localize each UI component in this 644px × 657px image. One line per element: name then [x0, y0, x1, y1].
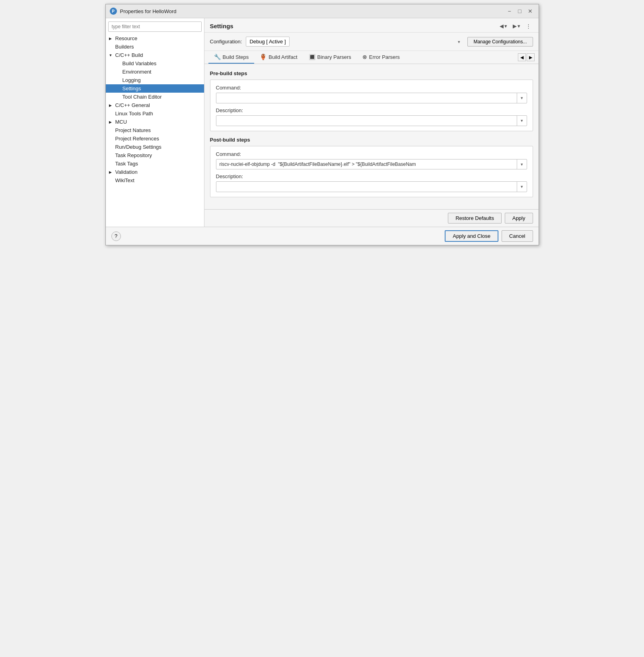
settings-content: Pre-build steps Command: ▾ Description: …	[204, 64, 539, 209]
sidebar-item-label-cpp-build: C/C++ Build	[115, 52, 143, 58]
app-icon: P	[110, 8, 117, 15]
tab-label-binary-parsers: Binary Parsers	[317, 54, 351, 60]
tab-build-artifact[interactable]: 🏺Build Artifact	[254, 51, 303, 64]
restore-defaults-button[interactable]: Restore Defaults	[448, 213, 502, 224]
tabs-next-button[interactable]: ▶	[527, 53, 535, 61]
pre-description-wrap: ▾	[216, 115, 527, 126]
apply-button[interactable]: Apply	[505, 213, 533, 224]
dialog-body: ▶ResourceBuilders▼C/C++ BuildBuild Varia…	[106, 18, 539, 227]
config-label: Configuration:	[210, 39, 242, 45]
post-command-label: Command:	[216, 151, 527, 157]
sidebar-item-wikitext[interactable]: WikiText	[106, 176, 204, 185]
sidebar-item-mcu[interactable]: ▶MCU	[106, 118, 204, 126]
sidebar-item-settings[interactable]: Settings	[106, 84, 204, 93]
pre-command-dropdown[interactable]: ▾	[517, 93, 527, 103]
filter-input[interactable]	[108, 21, 202, 32]
config-row: Configuration: Debug [ Active ] Manage C…	[204, 33, 539, 51]
pre-description-input[interactable]	[216, 115, 527, 126]
sidebar-item-build-variables[interactable]: Build Variables	[106, 59, 204, 68]
tab-build-steps[interactable]: 🔧Build Steps	[208, 51, 255, 64]
sidebar-item-linux-tools-path[interactable]: Linux Tools Path	[106, 109, 204, 118]
tabs-nav: ◀ ▶	[518, 53, 535, 61]
pre-description-dropdown[interactable]: ▾	[517, 115, 527, 126]
page-title: Settings	[210, 23, 233, 29]
window-controls: − □ ✕	[505, 7, 535, 16]
tab-icon-error-parsers: ⊗	[362, 54, 367, 60]
cancel-button[interactable]: Cancel	[502, 230, 533, 242]
minimize-button[interactable]: −	[505, 7, 514, 16]
post-command-dropdown[interactable]: ▾	[517, 159, 527, 169]
sidebar-item-validation[interactable]: ▶Validation	[106, 168, 204, 176]
tab-icon-build-artifact: 🏺	[260, 54, 267, 60]
sidebar-item-toolchain-editor[interactable]: Tool Chain Editor	[106, 93, 204, 101]
post-description-label: Description:	[216, 173, 527, 179]
help-button[interactable]: ?	[111, 231, 121, 241]
back-button[interactable]: ◀ ▾	[498, 22, 509, 30]
sidebar-item-task-tags[interactable]: Task Tags	[106, 159, 204, 168]
sidebar-item-cpp-build[interactable]: ▼C/C++ Build	[106, 51, 204, 59]
footer-buttons: Apply and Close Cancel	[445, 230, 533, 242]
sidebar-item-resource[interactable]: ▶Resource	[106, 34, 204, 43]
tab-label-build-steps: Build Steps	[223, 54, 249, 60]
maximize-button[interactable]: □	[516, 7, 524, 16]
tab-binary-parsers[interactable]: 🔳Binary Parsers	[303, 51, 357, 64]
menu-button[interactable]: ⋮	[524, 22, 533, 30]
post-description-dropdown[interactable]: ▾	[517, 181, 527, 192]
sidebar-item-label-project-references: Project References	[115, 136, 160, 142]
sidebar-item-label-toolchain-editor: Tool Chain Editor	[123, 94, 162, 100]
sidebar-item-builders[interactable]: Builders	[106, 43, 204, 51]
apply-and-close-button[interactable]: Apply and Close	[445, 230, 498, 242]
sidebar-item-label-task-repository: Task Repository	[115, 152, 152, 158]
manage-configurations-button[interactable]: Manage Configurations...	[467, 37, 533, 47]
tree-arrow-resource: ▶	[109, 37, 114, 41]
post-command-input[interactable]	[216, 159, 527, 169]
properties-dialog: P Properties for HelloWord − □ ✕ ▶Resour…	[105, 4, 539, 245]
tab-label-error-parsers: Error Parsers	[369, 54, 400, 60]
pre-description-label: Description:	[216, 107, 527, 113]
sidebar-item-run-debug-settings[interactable]: Run/Debug Settings	[106, 143, 204, 151]
sidebar-item-label-wikitext: WikiText	[115, 177, 134, 183]
tabs-bar: 🔧Build Steps🏺Build Artifact🔳Binary Parse…	[204, 51, 539, 64]
header-toolbar: ◀ ▾ ▶ ▾ ⋮	[498, 22, 533, 30]
tab-error-parsers[interactable]: ⊗Error Parsers	[357, 51, 405, 64]
close-button[interactable]: ✕	[526, 7, 535, 16]
forward-button[interactable]: ▶ ▾	[511, 22, 522, 30]
tabs-prev-button[interactable]: ◀	[518, 53, 526, 61]
sidebar-item-label-settings: Settings	[123, 86, 141, 91]
sidebar-item-project-natures[interactable]: Project Natures	[106, 126, 204, 134]
bottom-bar: Restore Defaults Apply	[204, 209, 539, 227]
sidebar-item-label-environment: Environment	[123, 69, 152, 75]
sidebar-item-label-linux-tools-path: Linux Tools Path	[115, 111, 153, 117]
title-bar: P Properties for HelloWord − □ ✕	[106, 4, 539, 18]
pre-command-label: Command:	[216, 85, 527, 91]
pre-build-group: Command: ▾ Description: ▾	[210, 80, 533, 131]
sidebar-item-label-mcu: MCU	[115, 119, 127, 125]
tree-arrow-mcu: ▶	[109, 120, 114, 124]
sidebar-item-label-project-natures: Project Natures	[115, 127, 151, 133]
tree-arrow-cpp-build: ▼	[109, 53, 114, 57]
tree-arrow-validation: ▶	[109, 170, 114, 174]
sidebar: ▶ResourceBuilders▼C/C++ BuildBuild Varia…	[106, 18, 204, 227]
window-title: Properties for HelloWord	[120, 8, 502, 14]
pre-command-input[interactable]	[216, 93, 527, 103]
post-description-wrap: ▾	[216, 181, 527, 192]
sidebar-item-cpp-general[interactable]: ▶C/C++ General	[106, 101, 204, 109]
sidebar-item-task-repository[interactable]: Task Repository	[106, 151, 204, 159]
config-select[interactable]: Debug [ Active ]	[246, 37, 290, 47]
sidebar-item-label-builders: Builders	[115, 44, 134, 50]
sidebar-item-environment[interactable]: Environment	[106, 68, 204, 76]
post-build-group: Command: ▾ Description: ▾	[210, 146, 533, 197]
sidebar-item-label-build-variables: Build Variables	[123, 60, 157, 66]
tab-icon-build-steps: 🔧	[214, 54, 221, 60]
config-select-wrap: Debug [ Active ]	[246, 37, 463, 47]
post-description-input[interactable]	[216, 181, 527, 192]
pre-command-wrap: ▾	[216, 93, 527, 103]
pre-build-title: Pre-build steps	[210, 70, 533, 76]
sidebar-item-label-task-tags: Task Tags	[115, 161, 138, 167]
sidebar-item-label-validation: Validation	[115, 169, 138, 175]
tab-icon-binary-parsers: 🔳	[309, 54, 315, 60]
tab-label-build-artifact: Build Artifact	[268, 54, 297, 60]
sidebar-item-label-logging: Logging	[123, 77, 141, 83]
sidebar-item-logging[interactable]: Logging	[106, 76, 204, 84]
sidebar-item-project-references[interactable]: Project References	[106, 134, 204, 143]
